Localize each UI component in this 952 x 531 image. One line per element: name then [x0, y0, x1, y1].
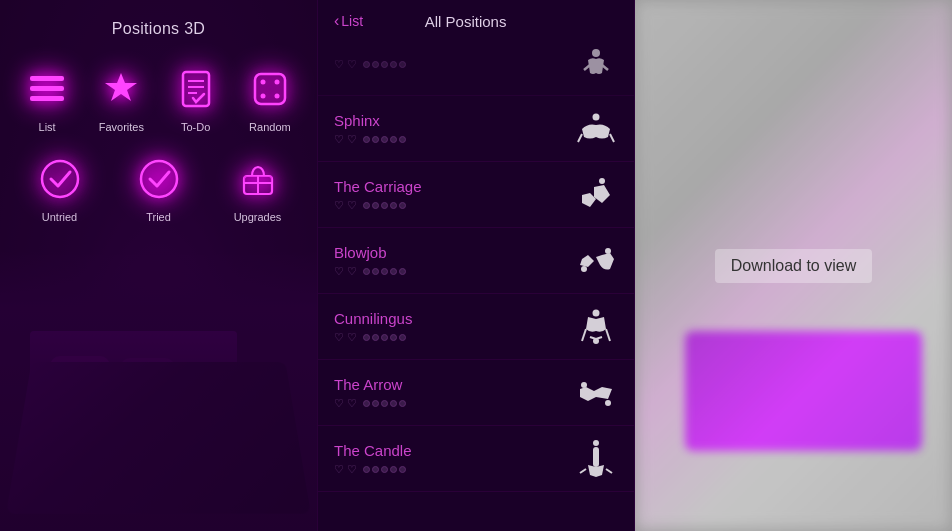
random-icon	[244, 63, 296, 115]
svg-line-25	[610, 134, 614, 142]
untried-icon	[34, 153, 86, 205]
list-item-partial[interactable]: ♡ ♡	[318, 38, 634, 96]
svg-rect-1	[30, 86, 64, 91]
svg-point-35	[605, 400, 611, 406]
svg-point-20	[592, 49, 600, 57]
meta-dots	[363, 136, 406, 143]
nav-random[interactable]: Random	[238, 63, 302, 133]
list-item-blowjob[interactable]: Blowjob ♡ ♡	[318, 228, 634, 294]
svg-marker-3	[105, 73, 137, 101]
panel-positions-3d: Positions 3D List	[0, 0, 317, 531]
position-thumb-cunnilingus	[573, 304, 618, 349]
dot1	[363, 334, 370, 341]
dot1	[363, 400, 370, 407]
icon-grid-main: List Favorites	[15, 63, 302, 133]
upgrades-icon	[232, 153, 284, 205]
meta-dots	[363, 202, 406, 209]
meta-dots	[363, 61, 406, 68]
dot4	[390, 268, 397, 275]
position-name: The Candle	[334, 442, 573, 459]
list-item-arrow[interactable]: The Arrow ♡ ♡	[318, 360, 634, 426]
dot5	[399, 136, 406, 143]
dot2	[372, 136, 379, 143]
nav-upgrades[interactable]: Upgrades	[213, 153, 302, 223]
position-item-left: The Carriage ♡ ♡	[334, 178, 573, 212]
svg-line-31	[582, 329, 586, 341]
back-label: List	[341, 13, 363, 29]
dot4	[390, 202, 397, 209]
dot1	[363, 61, 370, 68]
positions-list[interactable]: ♡ ♡	[318, 38, 634, 531]
position-meta: ♡ ♡	[334, 58, 573, 71]
dot2	[372, 268, 379, 275]
position-thumb-arrow	[573, 370, 618, 415]
dot5	[399, 400, 406, 407]
position-name: The Carriage	[334, 178, 573, 195]
svg-line-39	[606, 469, 612, 473]
svg-point-23	[592, 113, 599, 120]
nav-tried[interactable]: Tried	[114, 153, 203, 223]
svg-rect-37	[593, 447, 599, 467]
back-button[interactable]: ‹ List	[334, 12, 363, 30]
svg-point-14	[42, 161, 78, 197]
list-label: List	[39, 121, 56, 133]
dot3	[381, 202, 388, 209]
list-item-candle[interactable]: The Candle ♡ ♡	[318, 426, 634, 492]
tried-label: Tried	[146, 211, 171, 223]
dot3	[381, 268, 388, 275]
position-meta: ♡ ♡	[334, 199, 573, 212]
position-meta: ♡ ♡	[334, 265, 573, 278]
favorites-label: Favorites	[99, 121, 144, 133]
position-item-left: Sphinx ♡ ♡	[334, 112, 573, 146]
position-name: Cunnilingus	[334, 310, 573, 327]
dot4	[390, 61, 397, 68]
list-item-carriage[interactable]: The Carriage ♡ ♡	[318, 162, 634, 228]
position-item-left: Blowjob ♡ ♡	[334, 244, 573, 278]
todo-label: To-Do	[181, 121, 210, 133]
dot5	[399, 334, 406, 341]
dot1	[363, 268, 370, 275]
dot2	[372, 61, 379, 68]
panel2-nav-title: All Positions	[363, 13, 568, 30]
svg-line-24	[578, 134, 582, 142]
untried-label: Untried	[42, 211, 77, 223]
dot4	[390, 136, 397, 143]
svg-line-22	[602, 65, 608, 70]
meta-heart-icons: ♡ ♡	[334, 265, 357, 278]
dot3	[381, 61, 388, 68]
list-item-sphinx[interactable]: Sphinx ♡ ♡	[318, 96, 634, 162]
position-name: Blowjob	[334, 244, 573, 261]
meta-dots	[363, 268, 406, 275]
dot4	[390, 466, 397, 473]
upgrades-label: Upgrades	[234, 211, 282, 223]
dot3	[381, 466, 388, 473]
nav-list[interactable]: List	[15, 63, 79, 133]
meta-dots	[363, 334, 406, 341]
position-meta: ♡ ♡	[334, 331, 573, 344]
nav-todo[interactable]: To-Do	[164, 63, 228, 133]
nav-untried[interactable]: Untried	[15, 153, 104, 223]
svg-point-30	[592, 309, 599, 316]
svg-rect-13	[255, 74, 285, 104]
panel2-nav: ‹ List All Positions	[334, 12, 618, 30]
position-meta: ♡ ♡	[334, 133, 573, 146]
nav-favorites[interactable]: Favorites	[89, 63, 153, 133]
panel1-content: Positions 3D List	[0, 0, 317, 243]
list-item-cunnilingus[interactable]: Cunnilingus ♡ ♡	[318, 294, 634, 360]
position-item-left: The Arrow ♡ ♡	[334, 376, 573, 410]
dot4	[390, 334, 397, 341]
dot3	[381, 334, 388, 341]
svg-point-28	[605, 248, 611, 254]
position-item-left: Cunnilingus ♡ ♡	[334, 310, 573, 344]
back-chevron-icon: ‹	[334, 12, 339, 30]
download-text[interactable]: Download to view	[715, 249, 872, 283]
dot5	[399, 202, 406, 209]
panel-all-positions: ‹ List All Positions ♡ ♡	[317, 0, 635, 531]
dot1	[363, 202, 370, 209]
favorites-icon	[95, 63, 147, 115]
dot3	[381, 400, 388, 407]
svg-line-38	[580, 469, 586, 473]
svg-line-21	[584, 65, 590, 70]
dot5	[399, 268, 406, 275]
panel1-title: Positions 3D	[15, 20, 302, 38]
